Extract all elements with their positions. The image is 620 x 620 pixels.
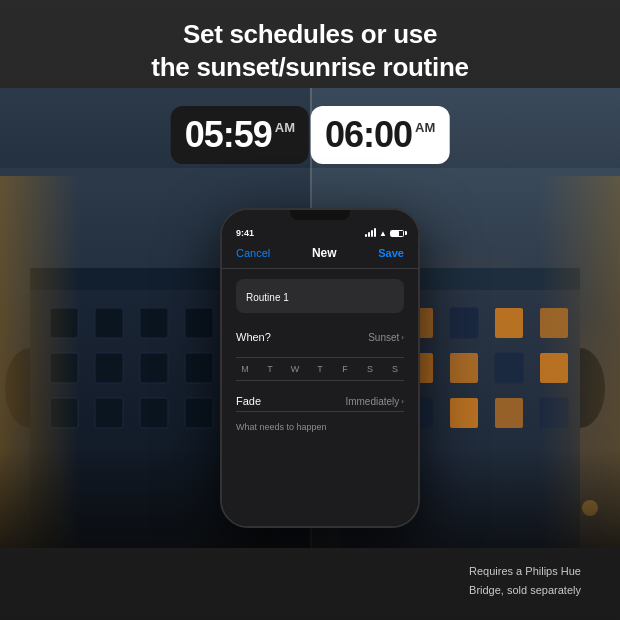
time-left-number: 05:59 — [185, 114, 272, 156]
time-right-number: 06:00 — [325, 114, 412, 156]
svg-rect-16 — [95, 398, 123, 428]
svg-rect-30 — [540, 308, 568, 338]
when-row[interactable]: When? Sunset › — [236, 327, 404, 347]
day-m[interactable]: M — [236, 364, 254, 374]
time-box-right: 06:00 AM — [311, 106, 449, 164]
svg-rect-12 — [140, 353, 168, 383]
days-row: M T W T F S S — [236, 357, 404, 381]
day-w[interactable]: W — [286, 364, 304, 374]
battery-icon — [390, 230, 404, 237]
day-t2[interactable]: T — [311, 364, 329, 374]
app-header: Cancel New Save — [222, 244, 418, 269]
svg-point-42 — [582, 500, 598, 516]
routine-name-input[interactable]: Routine 1 — [236, 279, 404, 313]
phone-mockup: 9:41 ▲ — [220, 208, 420, 528]
save-button[interactable]: Save — [378, 247, 404, 259]
app-body: Routine 1 When? Sunset › M T W — [222, 269, 418, 442]
time-box-left: 05:59 AM — [171, 106, 309, 164]
outer-container: Set schedules or use the sunset/sunrise … — [0, 0, 620, 620]
status-bar: 9:41 ▲ — [222, 228, 418, 244]
svg-rect-29 — [495, 308, 523, 338]
fade-row[interactable]: Fade Immediately › — [236, 391, 404, 412]
header-line1: Set schedules or use — [183, 19, 437, 49]
when-label: When? — [236, 331, 271, 343]
when-chevron-icon: › — [401, 333, 404, 342]
day-s2[interactable]: S — [386, 364, 404, 374]
nav-title: New — [312, 246, 337, 260]
svg-rect-40 — [540, 398, 568, 428]
header-line2: the sunset/sunrise routine — [151, 52, 468, 82]
phone-notch — [290, 210, 350, 220]
day-t1[interactable]: T — [261, 364, 279, 374]
svg-rect-7 — [140, 308, 168, 338]
status-time: 9:41 — [236, 228, 254, 238]
header-title: Set schedules or use the sunset/sunrise … — [20, 18, 600, 83]
day-s1[interactable]: S — [361, 364, 379, 374]
what-happens-label: What needs to happen — [236, 422, 404, 432]
fade-label: Fade — [236, 395, 261, 407]
status-icons: ▲ — [365, 229, 404, 238]
wifi-icon: ▲ — [379, 229, 387, 238]
svg-rect-39 — [495, 398, 523, 428]
svg-rect-28 — [450, 308, 478, 338]
bottom-text: Requires a Philips Hue Bridge, sold sepa… — [460, 561, 590, 598]
svg-rect-6 — [95, 308, 123, 338]
when-value: Sunset › — [368, 332, 404, 343]
day-f[interactable]: F — [336, 364, 354, 374]
cancel-button[interactable]: Cancel — [236, 247, 270, 259]
svg-rect-13 — [185, 353, 213, 383]
time-display: 05:59 AM 06:00 AM — [171, 106, 450, 164]
time-right-ampm: AM — [415, 120, 435, 135]
svg-rect-17 — [140, 398, 168, 428]
scene-container: 05:59 AM 06:00 AM 9:41 — [0, 88, 620, 548]
svg-rect-18 — [185, 398, 213, 428]
phone-screen: 9:41 ▲ — [222, 210, 418, 526]
bottom-text-content: Requires a Philips Hue Bridge, sold sepa… — [469, 565, 581, 595]
signal-icon — [365, 229, 376, 237]
fade-chevron-icon: › — [401, 397, 404, 406]
svg-rect-33 — [450, 353, 478, 383]
svg-rect-10 — [50, 353, 78, 383]
svg-rect-11 — [95, 353, 123, 383]
svg-rect-35 — [540, 353, 568, 383]
time-left-ampm: AM — [275, 120, 295, 135]
fade-value: Immediately › — [345, 396, 404, 407]
svg-rect-5 — [50, 308, 78, 338]
svg-rect-15 — [50, 398, 78, 428]
svg-rect-8 — [185, 308, 213, 338]
routine-name-text: Routine 1 — [246, 292, 289, 303]
svg-rect-34 — [495, 353, 523, 383]
header-section: Set schedules or use the sunset/sunrise … — [0, 0, 620, 93]
svg-rect-38 — [450, 398, 478, 428]
